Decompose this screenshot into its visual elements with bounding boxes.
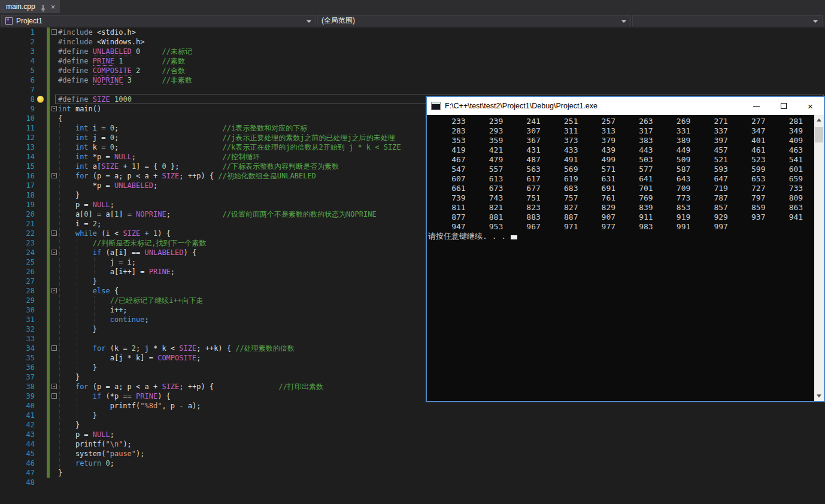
console-icon — [431, 102, 441, 110]
line-number: 39 — [0, 391, 35, 401]
line-number: 46 — [0, 459, 35, 468]
line-number: 25 — [0, 257, 35, 267]
line-number: 14 — [0, 152, 35, 162]
navigation-bar: Project1 (全局范围) — [0, 13, 825, 28]
line-number: 4 — [0, 56, 35, 66]
code-line[interactable]: 1-#include <stdio.h> — [0, 28, 825, 37]
line-number: 32 — [0, 324, 35, 334]
scroll-down-icon[interactable] — [817, 394, 821, 397]
line-number: 42 — [0, 420, 35, 430]
code-line[interactable]: 47} — [0, 468, 825, 478]
code-line[interactable]: 40 printf("%8d", p - a); — [0, 401, 825, 411]
console-scrollbar[interactable] — [814, 115, 824, 401]
fold-marker[interactable]: - — [51, 250, 57, 255]
code-line[interactable]: 4#define PRINE 1 //素数 — [0, 56, 825, 66]
fold-marker[interactable]: - — [51, 106, 57, 111]
console-title: F:\C++\test\test2\Project1\Debug\Project… — [445, 102, 597, 110]
scope-dropdown[interactable]: (全局范围) — [317, 15, 631, 26]
line-number: 37 — [0, 372, 35, 382]
line-number: 43 — [0, 430, 35, 439]
fold-marker[interactable]: - — [51, 29, 57, 35]
code-line[interactable]: 2#include <Windows.h> — [0, 37, 825, 47]
code-line[interactable]: 5#define COMPOSITE 2 //合数 — [0, 66, 825, 75]
fold-marker[interactable]: - — [51, 288, 57, 293]
line-number: 33 — [0, 334, 35, 344]
line-number: 30 — [0, 305, 35, 315]
code-line[interactable]: 44 printf("\n"); — [0, 439, 825, 449]
code-line[interactable]: 46 return 0; — [0, 459, 825, 468]
line-number: 45 — [0, 449, 35, 459]
line-number: 29 — [0, 296, 35, 305]
fold-marker[interactable]: - — [51, 173, 57, 178]
line-number: 34 — [0, 344, 35, 353]
line-number: 10 — [0, 114, 35, 123]
fold-marker[interactable]: - — [51, 393, 57, 399]
line-number: 38 — [0, 382, 35, 391]
code-line[interactable]: 41 } — [0, 411, 825, 420]
code-line[interactable]: 48 — [0, 478, 825, 487]
line-number: 1 — [0, 28, 35, 37]
line-number: 13 — [0, 142, 35, 152]
line-number: 3 — [0, 47, 35, 56]
chevron-down-icon[interactable] — [621, 20, 626, 23]
code-line[interactable]: 42 } — [0, 420, 825, 430]
line-number: 15 — [0, 162, 35, 171]
line-number: 8 — [0, 95, 35, 104]
scroll-thumb[interactable] — [815, 127, 823, 142]
line-number: 35 — [0, 353, 35, 363]
line-number: 11 — [0, 123, 35, 133]
code-line[interactable]: 43 p = NULL; — [0, 430, 825, 439]
line-number: 47 — [0, 468, 35, 478]
pin-icon[interactable] — [40, 4, 46, 10]
fold-marker[interactable]: - — [51, 345, 57, 351]
lightbulb-icon[interactable] — [37, 96, 44, 102]
vs-window: main.cpp × Project1 (全局范围) — [0, 0, 825, 504]
line-number: 22 — [0, 229, 35, 238]
close-icon[interactable]: × — [51, 4, 56, 10]
fold-marker[interactable]: - — [51, 230, 57, 236]
code-line[interactable]: 7 — [0, 85, 825, 95]
tab-label: main.cpp — [6, 2, 35, 11]
line-number: 48 — [0, 478, 35, 487]
window-controls: × — [743, 97, 824, 115]
maximize-button[interactable] — [770, 97, 797, 115]
project-icon — [5, 17, 13, 25]
line-number: 31 — [0, 315, 35, 324]
console-body[interactable]: 233 239 241 251 257 263 269 271 277 281 … — [427, 115, 824, 401]
line-number: 6 — [0, 75, 35, 85]
code-line[interactable]: 6#define NOPRINE 3 //非素数 — [0, 75, 825, 85]
chevron-down-icon[interactable] — [307, 20, 311, 23]
project-dropdown[interactable]: Project1 — [1, 15, 316, 26]
code-line[interactable]: 45 system("pause"); — [0, 449, 825, 459]
line-number: 36 — [0, 363, 35, 372]
line-number: 21 — [0, 219, 35, 229]
line-number: 9 — [0, 104, 35, 114]
console-prompt: 请按任意键继续. . . — [427, 232, 824, 241]
maximize-icon — [781, 103, 787, 109]
chevron-down-icon[interactable] — [813, 20, 818, 23]
line-number: 41 — [0, 411, 35, 420]
tab-strip: main.cpp × — [0, 0, 825, 13]
member-dropdown[interactable] — [632, 15, 823, 26]
console-titlebar[interactable]: F:\C++\test\test2\Project1\Debug\Project… — [427, 97, 824, 115]
code-line[interactable]: 3#define UNLABELED 0 //未标记 — [0, 47, 825, 56]
close-icon: × — [808, 102, 813, 111]
line-number: 26 — [0, 267, 35, 277]
console-text: 233 239 241 251 257 263 269 271 277 281 … — [427, 115, 824, 232]
minimize-button[interactable] — [743, 97, 770, 115]
prompt-text: 请按任意键继续. . . — [428, 232, 506, 241]
line-number: 7 — [0, 85, 35, 95]
line-number: 44 — [0, 439, 35, 449]
editor-tab-main-cpp[interactable]: main.cpp × — [0, 0, 60, 13]
scroll-up-icon[interactable] — [817, 119, 821, 122]
line-number: 40 — [0, 401, 35, 411]
console-window[interactable]: F:\C++\test\test2\Project1\Debug\Project… — [426, 96, 825, 402]
line-number: 28 — [0, 286, 35, 296]
project-name: Project1 — [16, 17, 43, 25]
minimize-icon — [753, 106, 760, 107]
fold-marker[interactable]: - — [51, 384, 57, 389]
close-button[interactable]: × — [797, 97, 824, 115]
line-number: 23 — [0, 238, 35, 248]
line-number: 16 — [0, 171, 35, 181]
line-number: 27 — [0, 277, 35, 286]
